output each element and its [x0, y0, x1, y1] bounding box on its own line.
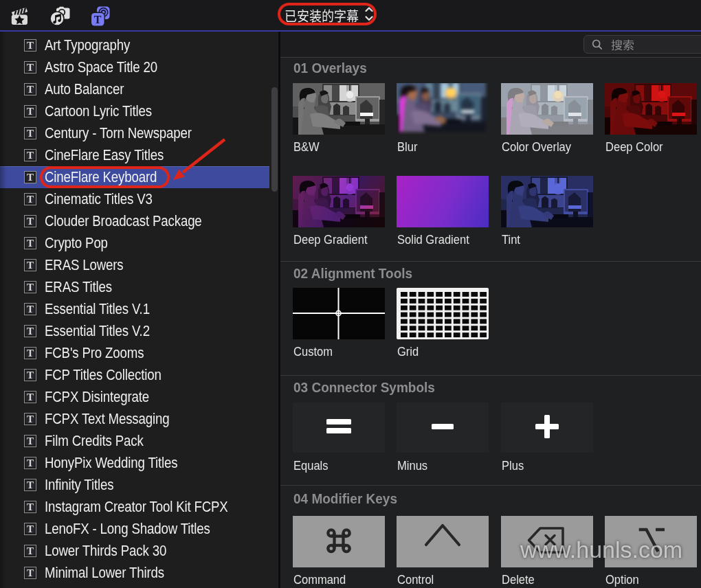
svg-text:T: T — [94, 14, 102, 25]
